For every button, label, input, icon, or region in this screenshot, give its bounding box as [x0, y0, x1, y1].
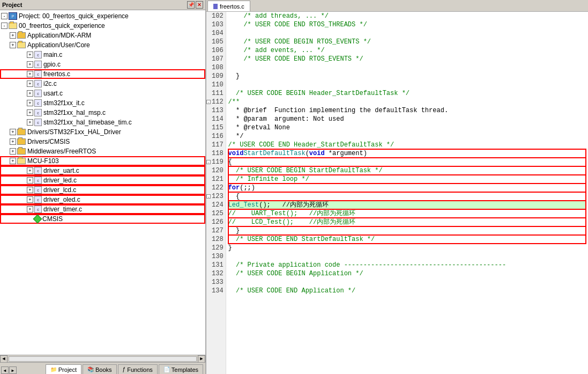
tree-item-usart_c[interactable]: +cusart.c: [0, 89, 205, 98]
expand-icon[interactable]: +: [10, 129, 16, 135]
code-line: * @param argument: Not used: [228, 115, 586, 123]
tree-item-app_user[interactable]: +Application/User/Core: [0, 40, 205, 50]
tree-item-stm32f1xx_hal_msp[interactable]: +cstm32f1xx_hal_msp.c: [0, 108, 205, 118]
file-icon: c: [34, 206, 42, 213]
expand-icon[interactable]: +: [27, 71, 33, 77]
pin-button[interactable]: 📌: [187, 1, 195, 9]
tree-item-driver_oled[interactable]: +cdriver_oled.c: [0, 195, 205, 204]
tab-project[interactable]: 📁 Project: [46, 364, 81, 374]
expand-icon[interactable]: +: [10, 138, 16, 145]
scroll-right-btn[interactable]: ▶: [198, 355, 205, 363]
expand-icon[interactable]: +: [27, 167, 33, 174]
tree-item-driver_led[interactable]: +cdriver_led.c: [0, 175, 205, 185]
editor-tab-freertos[interactable]: freertos.c: [207, 1, 250, 11]
templates-tab-icon: 📄: [163, 366, 170, 372]
file-icon: c: [34, 177, 42, 184]
tree-item-label: i2c.c: [43, 80, 57, 87]
file-icon: c: [34, 186, 42, 194]
expand-icon[interactable]: +: [27, 80, 33, 87]
collapse-marker[interactable]: -: [206, 160, 211, 164]
tree-item-label: driver_timer.c: [43, 206, 82, 213]
tree-item-stm32f1xx_hal_tim[interactable]: +cstm32f1xx_hal_timebase_tim.c: [0, 118, 205, 127]
tree-item-gpio_c[interactable]: +cgpio.c: [0, 60, 205, 69]
code-line: * @brief Function implementing the defau…: [228, 106, 586, 115]
tree-item-label: Drivers/CMSIS: [27, 138, 70, 145]
expand-icon[interactable]: -: [1, 13, 8, 19]
tab-scroll-right[interactable]: ▶: [9, 366, 17, 374]
code-line: }: [228, 226, 586, 235]
expand-icon[interactable]: +: [10, 148, 16, 155]
expand-icon[interactable]: +: [27, 100, 33, 106]
expand-icon[interactable]: +: [27, 52, 33, 58]
expand-icon[interactable]: +: [27, 90, 33, 97]
code-line: /* USER CODE END Header_StartDefaultTask…: [228, 141, 586, 149]
file-icon: c: [34, 51, 42, 58]
line-number: 114: [206, 115, 226, 123]
tree-item-drivers_cmsis[interactable]: +Drivers/CMSIS: [0, 137, 205, 146]
code-line: /* add events, ... */: [228, 46, 586, 55]
file-icon: c: [34, 196, 42, 203]
line-number: 126: [206, 218, 226, 226]
expand-icon[interactable]: +: [27, 61, 33, 68]
hscroll-track[interactable]: [9, 356, 197, 362]
expand-icon[interactable]: +: [27, 206, 33, 212]
tab-functions[interactable]: ƒ Functions: [118, 364, 158, 374]
scroll-left-btn[interactable]: ◀: [0, 355, 8, 363]
tab-templates-label: Templates: [172, 366, 198, 373]
tree-item-cmsis[interactable]: CMSIS: [0, 214, 205, 224]
collapse-marker[interactable]: -: [206, 100, 211, 104]
tree-item-drivers_stm32[interactable]: +Drivers/STM32F1xx_HAL_Driver: [0, 127, 205, 137]
code-line: [228, 80, 586, 89]
tree-item-label: driver_led.c: [43, 177, 77, 184]
tab-books[interactable]: 📚 Books: [83, 364, 117, 374]
tree-item-middlewares[interactable]: +Middlewares/FreeRTOS: [0, 146, 205, 156]
expand-icon[interactable]: +: [27, 196, 33, 203]
line-number: -119: [206, 158, 226, 166]
collapse-marker[interactable]: -: [206, 194, 211, 199]
line-number: 117: [206, 141, 226, 149]
line-number: 102: [206, 12, 226, 20]
tree-item-driver_uart[interactable]: +cdriver_uart.c: [0, 166, 205, 175]
expand-icon[interactable]: +: [27, 187, 33, 193]
expand-icon[interactable]: +: [10, 158, 16, 164]
tree-item-stm32f1xx_it[interactable]: +cstm32f1xx_it.c: [0, 98, 205, 108]
tree-item-main_c[interactable]: +cmain.c: [0, 50, 205, 60]
expand-icon[interactable]: -: [1, 23, 8, 29]
expand-icon[interactable]: +: [27, 109, 33, 116]
folder-icon: [17, 138, 26, 145]
tree-item-app_mdk[interactable]: +Application/MDK-ARM: [0, 31, 205, 40]
line-number: 118: [206, 149, 226, 158]
expand-icon[interactable]: +: [10, 42, 16, 48]
expand-icon[interactable]: +: [27, 177, 33, 184]
tree-item-label: freertos.c: [43, 70, 70, 78]
line-number: 124: [206, 201, 226, 209]
tree-item-driver_lcd[interactable]: +cdriver_lcd.c: [0, 185, 205, 195]
code-line: /* USER CODE END Application */: [228, 287, 586, 295]
tab-templates[interactable]: 📄 Templates: [159, 364, 203, 374]
project-root-icon: P: [9, 12, 17, 20]
tab-scroll-left[interactable]: ◀: [1, 366, 9, 374]
tree-item-root[interactable]: -00_freertos_quick_experience: [0, 21, 205, 31]
code-line: /* USER CODE BEGIN RTOS_EVENTS */: [228, 38, 586, 46]
code-line: /* USER CODE BEGIN StartDefaultTask */: [228, 166, 586, 175]
panel-title: Project: [2, 2, 22, 8]
tree-item-freertos_c[interactable]: +cfreertos.c: [0, 69, 205, 79]
line-number: 120: [206, 166, 226, 175]
tab-scroll-arrows: ◀ ▶: [1, 366, 18, 374]
close-button[interactable]: ✕: [196, 1, 203, 9]
expand-icon[interactable]: +: [10, 32, 16, 39]
line-number: 122: [206, 184, 226, 192]
code-line: {: [228, 192, 586, 201]
tree-item-label: usart.c: [43, 90, 63, 97]
code-line: /* Private application code ------------…: [228, 261, 586, 269]
code-area[interactable]: 102103104105106107108109110111-112113114…: [206, 12, 588, 374]
tree-item-mcu_f103[interactable]: +MCU-F103: [0, 156, 205, 166]
tree-item-driver_timer[interactable]: +cdriver_timer.c: [0, 204, 205, 214]
line-number: 105: [206, 38, 226, 46]
tree-item-i2c_c[interactable]: +ci2c.c: [0, 79, 205, 89]
panel-titlebar: Project 📌 ✕: [0, 0, 205, 10]
tree-root[interactable]: - P Project: 00_freertos_quick_experienc…: [0, 11, 205, 21]
tree-item-label: stm32f1xx_hal_timebase_tim.c: [43, 119, 132, 126]
line-number: 109: [206, 72, 226, 80]
expand-icon[interactable]: +: [27, 119, 33, 126]
